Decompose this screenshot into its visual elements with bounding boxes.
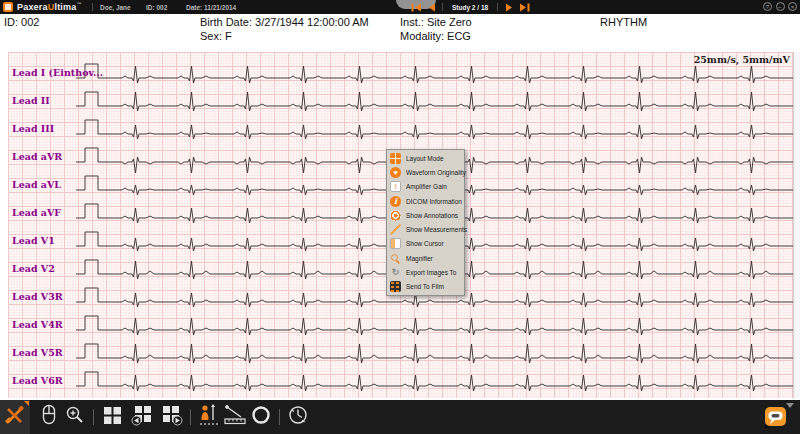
- lead-label: Lead V2: [12, 263, 55, 274]
- lead-label: Lead aVF: [12, 207, 61, 218]
- study-nav-label: Study 2 / 18: [452, 4, 488, 11]
- menu-item-layout-mode[interactable]: Layout Mode: [387, 151, 464, 165]
- menu-item-label: Show Cursor: [406, 240, 444, 247]
- app-window: PaxeraUltima™ Doe, Jane ID: 002 Date: 11…: [0, 0, 800, 434]
- menu-item-dicom-information[interactable]: DICOM Information: [387, 194, 464, 208]
- layout-grid-icon: [102, 405, 123, 430]
- lead-label: Lead III: [12, 123, 54, 134]
- titlebar-patient-name: Doe, Jane: [100, 4, 131, 11]
- reset-icon: [287, 404, 309, 430]
- patient-id-field: ID: 002: [4, 16, 39, 28]
- layout-grid-next-icon: [161, 404, 183, 430]
- ecg-trace: [76, 120, 794, 139]
- calibration-icon: [198, 403, 220, 431]
- lead-label: Lead V3R: [12, 291, 63, 302]
- lead-label: Lead V6R: [12, 375, 63, 386]
- app-logo-icon: [3, 2, 13, 12]
- export-images-icon: [390, 267, 401, 278]
- app-name-suffix: ltima: [54, 2, 76, 12]
- toolbar-divider: [190, 409, 191, 425]
- ecg-trace: [76, 64, 794, 83]
- ecg-trace: [76, 92, 794, 111]
- menu-item-label: Layout Mode: [406, 155, 444, 162]
- roi-ellipse-icon: [250, 404, 272, 430]
- context-menu: Layout Mode Waveform Originality Amplifi…: [386, 149, 465, 296]
- menu-item-label: Send To Film: [406, 283, 444, 290]
- tools-icon: [4, 404, 26, 430]
- menu-item-label: Show Measurements: [406, 226, 467, 233]
- patient-header: ID: 002 Birth Date: 3/27/1944 12:00:00 A…: [0, 14, 800, 48]
- ruler-icon: [223, 404, 247, 430]
- help-icon[interactable]: [763, 2, 772, 11]
- menu-item-export-images-to[interactable]: Export Images To: [387, 265, 464, 279]
- close-icon[interactable]: [788, 2, 797, 11]
- layout-mode-icon: [390, 153, 401, 164]
- skip-first-icon[interactable]: [410, 2, 422, 12]
- trademark: ™: [76, 1, 81, 7]
- zoom-icon: [64, 404, 86, 430]
- institution-field: Inst.: Site Zero: [400, 16, 472, 28]
- dicom-information-icon: [390, 196, 401, 207]
- menu-item-send-to-film[interactable]: Send To Film: [387, 280, 464, 294]
- reset-button[interactable]: [285, 403, 311, 431]
- prev-study-icon[interactable]: [425, 2, 437, 12]
- menu-item-magnifier[interactable]: Magnifier: [387, 251, 464, 265]
- minimize-icon[interactable]: [776, 2, 785, 11]
- calibration-button[interactable]: [196, 403, 222, 431]
- series-label: RHYTHM: [600, 16, 647, 28]
- lead-label: Lead aVR: [12, 151, 62, 162]
- ruler-button[interactable]: [222, 403, 248, 431]
- zoom-button[interactable]: [62, 403, 88, 431]
- menu-item-label: Amplifier Gain: [406, 183, 447, 190]
- menu-item-label: Waveform Originality: [406, 169, 466, 176]
- titlebar-patient-id: ID: 002: [146, 4, 167, 11]
- amplifier-gain-icon: [390, 181, 401, 192]
- vertical-scrollbar[interactable]: [793, 52, 800, 398]
- menu-item-show-cursor[interactable]: Show Cursor: [387, 237, 464, 251]
- mouse-button[interactable]: [36, 403, 62, 431]
- titlebar-study-date: Date: 11/21/2014: [186, 4, 236, 11]
- toolbar-divider: [279, 409, 280, 425]
- study-navigator: Study 2 / 18: [410, 1, 530, 13]
- skip-last-icon[interactable]: [518, 2, 530, 12]
- show-annotations-icon: [390, 210, 401, 221]
- menu-item-label: DICOM Information: [406, 198, 462, 205]
- chat-icon: [762, 416, 788, 433]
- ecg-trace: [76, 344, 794, 363]
- tools-button[interactable]: [0, 400, 30, 434]
- lead-label: Lead V4R: [12, 319, 63, 330]
- show-cursor-icon: [390, 238, 401, 249]
- next-study-icon[interactable]: [503, 2, 515, 12]
- window-controls: [763, 2, 797, 11]
- menu-item-waveform-originality[interactable]: Waveform Originality: [387, 165, 464, 179]
- layout-prev-button[interactable]: [129, 403, 155, 431]
- roi-ellipse-button[interactable]: [248, 403, 274, 431]
- layout-grid-prev-icon: [131, 404, 153, 430]
- lead-label: Lead II: [12, 95, 50, 106]
- ecg-trace: [76, 372, 794, 391]
- scale-label: 25mm/s, 5mm/mV: [694, 54, 790, 65]
- menu-item-label: Export Images To: [406, 269, 456, 276]
- send-to-film-icon: [390, 281, 401, 292]
- menu-item-show-measurements[interactable]: Show Measurements: [387, 222, 464, 236]
- notification-expand-icon[interactable]: [786, 403, 794, 408]
- titlebar-divider: [92, 3, 93, 11]
- toolbar-divider: [93, 409, 94, 425]
- menu-item-label: Show Annotations: [406, 212, 458, 219]
- app-name: PaxeraUltima™: [17, 1, 82, 12]
- layout-grid-button[interactable]: [99, 403, 125, 431]
- lead-label: Lead aVL: [12, 179, 61, 190]
- tools-dropdown-arrow: [24, 401, 29, 406]
- mouse-icon: [39, 403, 59, 431]
- lead-label: Lead V1: [12, 235, 55, 246]
- waveform-originality-icon: [390, 167, 401, 178]
- chat-button[interactable]: [762, 404, 792, 432]
- menu-item-label: Magnifier: [406, 255, 433, 262]
- menu-item-show-annotations[interactable]: Show Annotations: [387, 208, 464, 222]
- lead-label: Lead V5R: [12, 347, 63, 358]
- layout-next-button[interactable]: [159, 403, 185, 431]
- menu-item-amplifier-gain[interactable]: Amplifier Gain: [387, 180, 464, 194]
- nav-divider: [442, 3, 443, 11]
- nav-divider: [497, 3, 498, 11]
- lead-label: Lead I (Einthov...: [12, 67, 103, 78]
